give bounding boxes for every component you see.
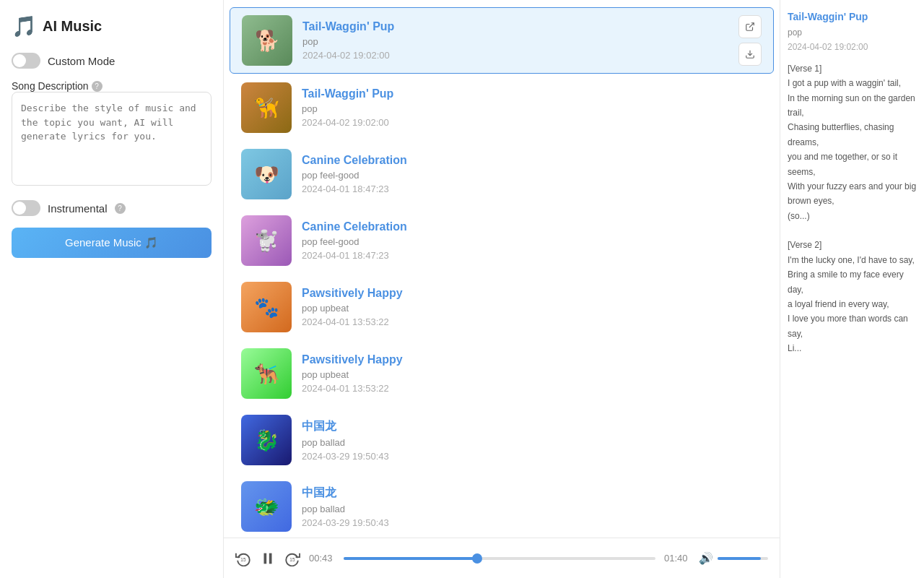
song-date: 2024-03-29 19:50:43 [302,517,762,528]
song-genre: pop feel-good [302,236,762,247]
current-time: 00:43 [309,553,335,564]
svg-rect-3 [264,553,267,564]
volume-fill [718,557,761,560]
song-info: Tail-Waggin' Puppop2024-04-02 19:02:00 [302,20,728,61]
song-description-label: Song Description ? [12,80,212,92]
song-genre: pop ballad [302,437,762,448]
download-button[interactable] [738,43,762,66]
player-bar: 15 15 00:43 01:40 🔊 [224,538,780,578]
song-date: 2024-04-01 18:47:23 [302,250,762,261]
song-name: Pawsitively Happy [302,353,762,366]
song-name: Canine Celebration [302,154,762,167]
lyrics-text: [Verse 1] I got a pup with a waggin' tai… [788,61,917,356]
song-genre: pop [302,103,762,114]
song-info: Tail-Waggin' Puppop2024-04-02 19:02:00 [302,87,762,128]
song-date: 2024-04-01 18:47:23 [302,184,762,194]
song-name: Pawsitively Happy [302,287,762,300]
song-info: Pawsitively Happypop upbeat2024-04-01 13… [302,353,762,394]
instrumental-toggle-knob [13,202,26,215]
share-button[interactable] [738,15,762,38]
song-thumbnail: 🐩 [241,215,292,266]
song-info: Canine Celebrationpop feel-good2024-04-0… [302,220,762,261]
song-name: Tail-Waggin' Pup [302,20,728,33]
song-item[interactable]: 🐕Tail-Waggin' Puppop2024-04-02 19:02:00 [230,7,774,74]
progress-bar[interactable] [344,557,655,560]
app-logo: 🎵 [12,14,37,38]
song-genre: pop [302,36,728,47]
song-item[interactable]: 🦮Tail-Waggin' Puppop2024-04-02 19:02:00 [230,75,774,140]
song-item[interactable]: 🐾Pawsitively Happypop upbeat2024-04-01 1… [230,275,774,340]
song-thumbnail: 🐲 [241,481,292,532]
instrumental-row: Instrumental ? [12,200,212,216]
song-genre: pop ballad [302,504,762,514]
custom-mode-label: Custom Mode [48,55,115,67]
custom-mode-row: Custom Mode [12,53,212,69]
app-header: 🎵 AI Music [12,14,212,38]
song-info: 中国龙pop ballad2024-03-29 19:50:43 [302,486,762,528]
song-genre: pop upbeat [302,303,762,314]
song-date: 2024-04-01 13:53:22 [302,383,762,394]
song-item[interactable]: 🐲中国龙pop ballad2024-03-29 19:50:43 [230,474,774,538]
song-genre: pop upbeat [302,369,762,380]
svg-text:15: 15 [289,556,295,561]
song-item[interactable]: 🐉中国龙pop ballad2024-03-29 19:50:43 [230,407,774,473]
right-panel-genre: pop [788,26,917,40]
forward-button[interactable]: 15 [284,551,300,566]
volume-bar[interactable] [718,557,768,560]
progress-fill [344,557,478,560]
song-list: 🐕Tail-Waggin' Puppop2024-04-02 19:02:00🦮… [224,0,780,538]
song-item[interactable]: 🐩Canine Celebrationpop feel-good2024-04-… [230,208,774,273]
right-panel-song-name: Tail-Waggin' Pup [788,9,917,25]
toggle-knob [13,54,26,67]
svg-rect-4 [269,553,272,564]
song-info: Canine Celebrationpop feel-good2024-04-0… [302,154,762,194]
song-name: 中国龙 [302,486,762,501]
custom-mode-toggle[interactable] [12,53,40,69]
progress-thumb [472,553,482,564]
song-actions [738,15,762,66]
song-date: 2024-04-01 13:53:22 [302,316,762,327]
song-name: Canine Celebration [302,220,762,233]
song-item[interactable]: 🐶Canine Celebrationpop feel-good2024-04-… [230,142,774,207]
song-date: 2024-03-29 19:50:43 [302,451,762,462]
pause-button[interactable] [260,551,276,566]
instrumental-toggle[interactable] [12,200,40,216]
instrumental-label: Instrumental [48,202,108,215]
song-thumbnail: 🐾 [241,282,292,332]
song-description-input[interactable] [12,92,212,186]
song-name: 中国龙 [302,419,762,434]
generate-music-button[interactable]: Generate Music 🎵 [12,228,212,258]
volume-icon[interactable]: 🔊 [699,551,713,565]
right-panel-date: 2024-04-02 19:02:00 [788,40,917,54]
right-panel: Tail-Waggin' Pup pop 2024-04-02 19:02:00… [780,0,924,578]
rewind-button[interactable]: 15 [235,551,251,566]
song-thumbnail: 🐕 [242,15,292,66]
song-thumbnail: 🦮 [241,82,292,133]
song-name: Tail-Waggin' Pup [302,87,762,100]
svg-line-0 [749,23,754,27]
main-panel: 🐕Tail-Waggin' Puppop2024-04-02 19:02:00🦮… [224,0,780,578]
song-item[interactable]: 🐕‍🦺Pawsitively Happypop upbeat2024-04-01… [230,341,774,406]
song-thumbnail: 🐶 [241,149,292,199]
song-date: 2024-04-02 19:02:00 [302,117,762,128]
song-thumbnail: 🐕‍🦺 [241,348,292,399]
volume-control: 🔊 [699,551,768,565]
song-description-help-icon[interactable]: ? [92,81,103,92]
song-info: Pawsitively Happypop upbeat2024-04-01 13… [302,287,762,327]
app-title: AI Music [43,18,102,35]
song-info: 中国龙pop ballad2024-03-29 19:50:43 [302,419,762,462]
song-description-section: Song Description ? [12,80,212,189]
svg-text:15: 15 [240,556,246,561]
song-date: 2024-04-02 19:02:00 [302,50,728,61]
song-thumbnail: 🐉 [241,415,292,465]
instrumental-help-icon[interactable]: ? [115,203,126,214]
total-time: 01:40 [664,553,690,564]
song-genre: pop feel-good [302,170,762,181]
sidebar: 🎵 AI Music Custom Mode Song Description … [0,0,224,578]
